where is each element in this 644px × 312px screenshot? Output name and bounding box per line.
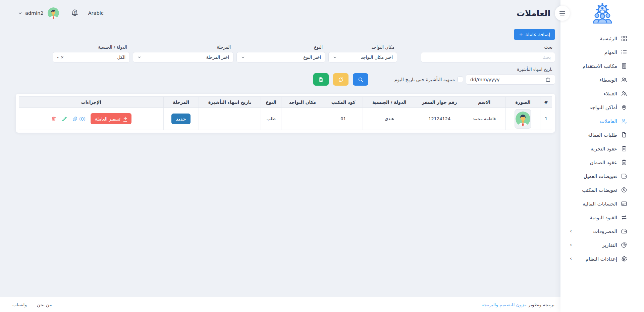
- sidebar-item-8[interactable]: عقود التجربة: [560, 142, 644, 155]
- type-select[interactable]: اختر النوع: [236, 52, 325, 62]
- user-check-icon: [621, 118, 627, 124]
- nationality-select[interactable]: الكل × ▾: [53, 52, 130, 62]
- sidebar-item-13[interactable]: القيود اليومية: [560, 211, 644, 224]
- dropdown-caret-icon: ▾: [57, 55, 59, 59]
- stage-filter-label: المرحلة: [133, 45, 233, 50]
- header-stage: المرحلة: [163, 97, 199, 108]
- cell-visa-expiry: -: [199, 108, 261, 130]
- sidebar-item-label: الوسطاء: [599, 77, 617, 83]
- sidebar-item-2[interactable]: مكاتب الاستقدام: [560, 59, 644, 73]
- transfer-arrows-icon: [621, 214, 627, 221]
- trash-icon: [51, 116, 57, 122]
- app-window: الرئيسيةالمهاممكاتب الاستقدامالوسطاءالعم…: [0, 0, 644, 312]
- cell-office-code: 01: [324, 108, 363, 130]
- sidebar-item-label: تعويضات المكتب: [582, 187, 617, 193]
- deport-worker-label: تسفير العاملة: [95, 116, 120, 122]
- about-link[interactable]: من نحن: [37, 302, 52, 307]
- excel-file-icon: [318, 77, 324, 83]
- add-row: إضافة عاملة +: [16, 29, 555, 40]
- header-type: النوع: [261, 97, 281, 108]
- worker-photo: [515, 109, 531, 129]
- header-passport: رقم جواز السفر: [416, 97, 463, 108]
- notification-bell-icon: 2: [70, 9, 79, 17]
- whatsapp-link[interactable]: واتساب: [12, 302, 27, 307]
- header-name: الاسم: [463, 97, 505, 108]
- deport-worker-button[interactable]: ✈ تسفير العاملة: [91, 113, 131, 124]
- sidebar-item-label: القيود اليومية: [590, 215, 617, 221]
- team-gear-logo-icon: [591, 3, 614, 24]
- sidebar-item-label: عقود الضمان: [590, 160, 617, 166]
- sidebar-item-16[interactable]: إعدادات النظام›: [560, 252, 644, 266]
- wallet-icon: [621, 173, 627, 179]
- developer-credit: برمجة وتطوير مزون للتصميم والبرمجة: [482, 302, 554, 307]
- sidebar-item-label: العملاء: [603, 91, 617, 97]
- search-input[interactable]: [425, 55, 551, 60]
- location-select[interactable]: اختر مكان التواجد: [328, 52, 397, 62]
- header-actions: الإجراءات: [19, 97, 164, 108]
- plane-icon: ✈: [123, 116, 127, 122]
- visa-expiry-date-input[interactable]: dd/mm/yyyy: [466, 74, 555, 85]
- sidebar-item-label: طلبات العمالة: [588, 132, 617, 138]
- sidebar-item-9[interactable]: عقود الضمان: [560, 155, 644, 169]
- sidebar-item-7[interactable]: طلبات العمالة: [560, 128, 644, 142]
- footer: برمجة وتطوير مزون للتصميم والبرمجة من نح…: [0, 297, 560, 312]
- sidebar-item-6[interactable]: العاملات: [560, 114, 644, 128]
- sidebar-item-label: التقارير: [602, 242, 617, 248]
- sidebar-item-14[interactable]: المصروفات›: [560, 224, 644, 238]
- sidebar-item-15[interactable]: التقارير›: [560, 238, 644, 252]
- edit-button[interactable]: [62, 116, 67, 122]
- delete-button[interactable]: [51, 116, 57, 122]
- sidebar-item-label: مكاتب الاستقدام: [583, 63, 617, 69]
- developer-link[interactable]: مزون للتصميم والبرمجة: [482, 302, 527, 307]
- sidebar-item-label: عقود التجربة: [591, 146, 617, 152]
- table-row: 1 فاطمة محمد 12124124 هندي 01 طل: [19, 108, 552, 130]
- sidebar-item-11[interactable]: تعويضات المكتب: [560, 183, 644, 197]
- filter-buttons: [313, 73, 368, 86]
- attachments-link[interactable]: (0): [72, 116, 86, 122]
- footer-links: من نحن واتساب: [12, 302, 52, 307]
- expired-visa-checkbox[interactable]: [458, 77, 463, 82]
- expired-visa-checkbox-label: منتهية التأشيرة حتى تاريخ اليوم: [394, 77, 455, 82]
- nationality-filter: الدولة / الجنسية الكل × ▾: [53, 45, 130, 62]
- location-filter-label: مكان التواجد: [328, 45, 397, 50]
- developer-credit-prefix: برمجة وتطوير: [528, 302, 554, 307]
- cell-actions: ✈ تسفير العاملة (0): [19, 108, 164, 130]
- chevron-down-icon: [333, 55, 337, 59]
- content: إضافة عاملة + بحث مكان التواجد اختر مكان…: [0, 25, 560, 297]
- sidebar-item-0[interactable]: الرئيسية: [560, 32, 644, 45]
- main-area: العاملات Arabic 2 admin2: [0, 0, 560, 312]
- header-nationality: الدولة / الجنسية: [363, 97, 416, 108]
- sidebar-item-label: أماكن التواجد: [590, 104, 617, 110]
- sidebar-item-12[interactable]: الحسابات المالية: [560, 197, 644, 211]
- language-selector[interactable]: Arabic: [88, 10, 104, 16]
- menu-toggle-button[interactable]: [555, 6, 570, 21]
- filters-row-1: بحث مكان التواجد اختر مكان التواجد النوع: [16, 45, 555, 62]
- cell-passport: 12124124: [416, 108, 463, 130]
- user-menu[interactable]: admin2: [18, 7, 59, 19]
- sidebar-item-3[interactable]: الوسطاء: [560, 73, 644, 87]
- search-button[interactable]: [353, 73, 368, 86]
- visa-expiry-label: تاريخ انتهاء التأشيرة: [466, 67, 555, 72]
- stage-select[interactable]: اختر المرحلة: [133, 52, 233, 62]
- clear-selection-button[interactable]: ×: [61, 55, 64, 59]
- visa-expiry-field: تاريخ انتهاء التأشيرة dd/mm/yyyy: [466, 67, 555, 85]
- sidebar-item-1[interactable]: المهام: [560, 45, 644, 59]
- header-location: مكان التواجد: [281, 97, 324, 108]
- notifications-button[interactable]: 2: [70, 9, 79, 17]
- sidebar-menu: الرئيسيةالمهاممكاتب الاستقدامالوسطاءالعم…: [560, 32, 644, 266]
- document-icon: [621, 132, 627, 138]
- clipboard-list-icon: [621, 159, 627, 166]
- expenses-wallet-icon: [621, 228, 627, 234]
- add-worker-label: إضافة عاملة: [526, 32, 550, 37]
- search-label: بحث: [421, 45, 555, 50]
- clipboard-check-icon: [621, 145, 627, 152]
- sidebar-item-4[interactable]: العملاء: [560, 87, 644, 100]
- search-icon: [358, 77, 364, 83]
- export-excel-button[interactable]: [313, 73, 329, 86]
- add-worker-button[interactable]: إضافة عاملة +: [514, 29, 555, 40]
- sidebar-item-5[interactable]: أماكن التواجد: [560, 100, 644, 114]
- sidebar-item-10[interactable]: تعويضات العميل: [560, 169, 644, 183]
- gear-icon: [621, 256, 627, 262]
- sidebar-item-label: تعويضات العميل: [584, 173, 617, 179]
- refresh-button[interactable]: [333, 73, 348, 86]
